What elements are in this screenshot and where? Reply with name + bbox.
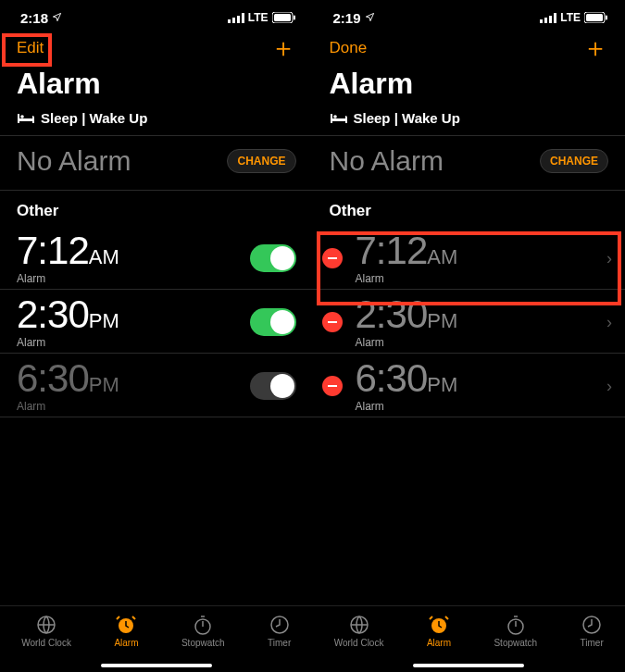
- sleep-wake-row: Sleep | Wake Up: [313, 106, 626, 135]
- signal-icon: [228, 13, 244, 23]
- tab-label: Timer: [268, 638, 291, 648]
- alarm-ampm: AM: [89, 245, 119, 268]
- tab-label: Timer: [581, 638, 604, 648]
- svg-rect-12: [540, 19, 543, 23]
- page-title: Alarm: [0, 67, 313, 106]
- no-alarm-text: No Alarm: [17, 145, 131, 177]
- svg-rect-5: [274, 14, 291, 21]
- phone-left: 2:18 LTE Edit ＋ Alarm Sleep | Wake Up No…: [0, 0, 313, 672]
- bed-icon: [330, 112, 348, 125]
- tab-timer[interactable]: Timer: [268, 614, 291, 648]
- bed-icon: [17, 112, 35, 125]
- globe-icon: [35, 614, 57, 636]
- nav-row: Done ＋: [313, 31, 626, 67]
- tab-label: World Clock: [21, 638, 71, 648]
- stopwatch-icon: [505, 614, 527, 636]
- done-button[interactable]: Done: [330, 39, 368, 57]
- tab-stopwatch[interactable]: Stopwatch: [494, 614, 537, 648]
- nav-row: Edit ＋: [0, 31, 313, 67]
- alarm-time: 7:12: [17, 229, 89, 272]
- page-title: Alarm: [313, 67, 626, 106]
- globe-icon: [348, 614, 370, 636]
- svg-rect-1: [232, 18, 235, 23]
- chevron-right-icon: ›: [606, 249, 612, 268]
- alarm-ampm: PM: [427, 373, 457, 396]
- alarm-toggle[interactable]: [250, 372, 296, 400]
- tab-alarm[interactable]: Alarm: [427, 614, 451, 648]
- status-right: LTE: [228, 11, 296, 24]
- alarm-time: 6:30: [17, 356, 89, 400]
- alarm-sub: Alarm: [356, 336, 458, 349]
- sleep-wake-row: Sleep | Wake Up: [0, 106, 313, 135]
- tab-world-clock[interactable]: World Clock: [334, 614, 384, 648]
- lte-label: LTE: [560, 11, 581, 24]
- sleep-label: Sleep | Wake Up: [41, 110, 147, 126]
- tab-timer[interactable]: Timer: [581, 614, 604, 648]
- alarm-sub: Alarm: [356, 272, 458, 285]
- other-section: Other: [313, 191, 626, 226]
- alarm-sub: Alarm: [17, 400, 119, 413]
- chevron-right-icon: ›: [606, 313, 612, 332]
- svg-rect-0: [228, 19, 231, 23]
- tab-label: Alarm: [427, 638, 451, 648]
- timer-icon: [269, 614, 291, 636]
- alarm-time: 7:12: [356, 229, 428, 272]
- chevron-right-icon: ›: [606, 377, 612, 396]
- alarm-toggle[interactable]: [250, 244, 296, 272]
- no-alarm-text: No Alarm: [330, 145, 444, 177]
- alarm-icon: [115, 614, 137, 636]
- svg-rect-17: [586, 14, 603, 21]
- alarm-sub: Alarm: [17, 272, 119, 285]
- signal-icon: [540, 13, 556, 23]
- location-icon: [365, 12, 375, 22]
- svg-rect-6: [294, 16, 295, 20]
- alarm-edit-row[interactable]: 7:12AM Alarm ›: [313, 226, 626, 289]
- tab-label: World Clock: [334, 638, 384, 648]
- battery-icon: [272, 12, 296, 23]
- alarm-edit-row[interactable]: 2:30PM Alarm ›: [313, 290, 626, 353]
- alarm-ampm: AM: [427, 245, 457, 268]
- tab-label: Alarm: [114, 638, 138, 648]
- status-bar: 2:18 LTE: [0, 0, 313, 31]
- status-right: LTE: [540, 11, 608, 24]
- change-button[interactable]: CHANGE: [227, 149, 295, 173]
- delete-minus-icon[interactable]: [322, 248, 343, 268]
- tab-label: Stopwatch: [181, 638, 225, 648]
- alarm-icon: [428, 614, 450, 636]
- alarm-time: 2:30: [356, 292, 428, 336]
- alarm-row[interactable]: 6:30PM Alarm: [0, 354, 313, 417]
- sleep-label: Sleep | Wake Up: [354, 110, 460, 126]
- svg-rect-3: [242, 13, 244, 23]
- alarm-time: 2:30: [17, 292, 89, 336]
- alarm-row[interactable]: 7:12AM Alarm: [0, 226, 313, 289]
- stopwatch-icon: [192, 614, 214, 636]
- edit-button[interactable]: Edit: [17, 39, 44, 57]
- svg-point-7: [20, 115, 24, 118]
- alarm-toggle[interactable]: [250, 308, 296, 336]
- alarm-edit-row[interactable]: 6:30PM Alarm ›: [313, 354, 626, 417]
- svg-rect-2: [237, 16, 240, 23]
- svg-rect-15: [554, 13, 556, 23]
- no-alarm-row: No Alarm CHANGE: [313, 136, 626, 190]
- tab-bar: World Clock Alarm Stopwatch Timer: [313, 605, 626, 672]
- alarm-row[interactable]: 2:30PM Alarm: [0, 290, 313, 353]
- tab-world-clock[interactable]: World Clock: [21, 614, 71, 648]
- tab-stopwatch[interactable]: Stopwatch: [181, 614, 225, 648]
- change-button[interactable]: CHANGE: [540, 149, 608, 173]
- battery-icon: [584, 12, 608, 23]
- tab-label: Stopwatch: [494, 638, 537, 648]
- status-time: 2:18: [20, 10, 62, 26]
- location-icon: [52, 12, 62, 22]
- add-alarm-button[interactable]: ＋: [270, 39, 296, 57]
- tab-alarm[interactable]: Alarm: [114, 614, 138, 648]
- timer-icon: [581, 614, 603, 636]
- add-alarm-button[interactable]: ＋: [582, 39, 608, 57]
- delete-minus-icon[interactable]: [322, 312, 343, 332]
- alarm-sub: Alarm: [356, 400, 458, 413]
- delete-minus-icon[interactable]: [322, 376, 343, 396]
- alarm-ampm: PM: [89, 373, 119, 396]
- home-indicator[interactable]: [413, 664, 524, 667]
- no-alarm-row: No Alarm CHANGE: [0, 136, 313, 190]
- phone-right: 2:19 LTE Done ＋ Alarm Sleep | Wake Up No…: [313, 0, 626, 672]
- home-indicator[interactable]: [101, 664, 212, 667]
